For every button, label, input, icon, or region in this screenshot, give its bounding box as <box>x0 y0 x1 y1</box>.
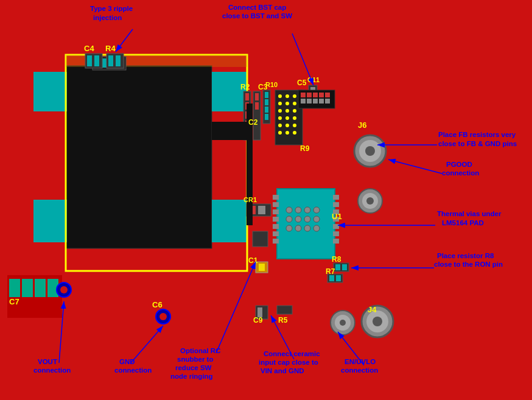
svg-text:input cap close to: input cap close to <box>259 359 318 366</box>
svg-text:VOUT: VOUT <box>38 358 57 365</box>
svg-point-49 <box>293 116 296 120</box>
svg-point-41 <box>278 102 282 105</box>
svg-rect-120 <box>301 93 306 97</box>
svg-point-107 <box>331 311 355 335</box>
svg-rect-95 <box>334 263 349 272</box>
svg-rect-102 <box>257 307 262 317</box>
svg-text:Type 3 ripple: Type 3 ripple <box>90 5 133 12</box>
svg-point-42 <box>285 102 289 105</box>
svg-rect-27 <box>255 102 259 110</box>
svg-line-159 <box>131 326 163 363</box>
svg-rect-31 <box>265 107 268 113</box>
svg-rect-119 <box>298 90 335 108</box>
svg-rect-20 <box>245 93 249 100</box>
svg-text:snubber to: snubber to <box>177 356 213 363</box>
svg-rect-33 <box>297 90 306 104</box>
svg-point-38 <box>278 94 282 98</box>
svg-text:close to FB & GND pins: close to FB & GND pins <box>438 140 517 147</box>
svg-rect-71 <box>333 202 339 207</box>
svg-text:R7: R7 <box>326 267 335 276</box>
svg-point-88 <box>313 225 320 231</box>
svg-rect-90 <box>248 206 256 214</box>
svg-rect-32 <box>265 114 268 120</box>
svg-rect-0 <box>66 66 212 248</box>
svg-text:Place FB resistors very: Place FB resistors very <box>438 131 516 138</box>
svg-point-81 <box>286 216 292 222</box>
svg-text:GND: GND <box>119 358 135 365</box>
svg-rect-101 <box>256 306 268 319</box>
svg-rect-75 <box>333 231 339 236</box>
svg-text:Connect BST cap: Connect BST cap <box>228 4 286 11</box>
svg-rect-18 <box>116 55 121 66</box>
svg-rect-70 <box>333 195 339 200</box>
svg-rect-26 <box>255 93 259 100</box>
svg-text:R5: R5 <box>278 316 288 325</box>
svg-point-80 <box>313 207 320 213</box>
svg-text:CR1: CR1 <box>243 196 257 203</box>
svg-text:connection: connection <box>442 169 479 177</box>
svg-line-158 <box>59 301 64 363</box>
svg-point-87 <box>304 225 310 231</box>
svg-text:C6: C6 <box>152 300 163 309</box>
svg-rect-72 <box>333 209 339 214</box>
svg-point-57 <box>359 140 381 162</box>
svg-rect-111 <box>9 279 20 297</box>
svg-rect-130 <box>212 122 248 140</box>
svg-rect-98 <box>327 274 343 282</box>
svg-text:injection: injection <box>93 14 122 21</box>
svg-point-51 <box>285 124 289 127</box>
main-container: C4 R4 C7 C6 R2 C2 C3 R10 R9 C5 C11 J6 CR… <box>0 0 532 400</box>
svg-rect-124 <box>325 93 330 97</box>
svg-rect-92 <box>253 231 268 247</box>
svg-rect-68 <box>273 231 279 236</box>
svg-point-118 <box>159 313 167 320</box>
svg-rect-13 <box>85 54 102 68</box>
svg-text:connection: connection <box>114 367 152 374</box>
svg-text:R9: R9 <box>300 144 310 153</box>
svg-point-85 <box>286 225 292 231</box>
svg-text:J4: J4 <box>368 305 377 314</box>
svg-rect-114 <box>47 279 58 297</box>
svg-line-153 <box>292 33 313 85</box>
svg-point-52 <box>293 124 296 127</box>
svg-point-59 <box>358 189 382 213</box>
svg-rect-110 <box>7 275 62 318</box>
svg-rect-1 <box>33 72 67 111</box>
svg-rect-37 <box>275 90 303 145</box>
svg-rect-11 <box>108 58 113 68</box>
svg-line-160 <box>216 262 256 353</box>
svg-rect-91 <box>258 206 265 214</box>
svg-text:C4: C4 <box>84 44 94 53</box>
svg-point-78 <box>295 207 301 213</box>
svg-point-105 <box>366 311 388 332</box>
svg-rect-128 <box>319 99 324 104</box>
svg-rect-93 <box>256 262 268 273</box>
svg-point-79 <box>304 207 310 213</box>
svg-point-40 <box>293 94 296 98</box>
svg-rect-100 <box>336 275 341 281</box>
svg-rect-24 <box>245 130 249 137</box>
svg-point-117 <box>156 309 170 324</box>
svg-rect-89 <box>247 204 271 216</box>
svg-text:connection: connection <box>33 367 71 374</box>
svg-rect-67 <box>273 224 279 229</box>
svg-rect-6 <box>66 55 247 67</box>
svg-point-82 <box>295 216 301 222</box>
svg-point-48 <box>285 116 289 120</box>
svg-text:node ringing: node ringing <box>170 373 213 380</box>
pcb-area: C4 R4 C7 C6 R2 C2 C3 R10 R9 C5 C11 J6 CR… <box>0 0 532 400</box>
svg-rect-29 <box>265 92 268 98</box>
svg-rect-131 <box>247 104 253 225</box>
svg-rect-65 <box>273 209 279 214</box>
svg-point-39 <box>285 94 289 98</box>
svg-rect-113 <box>35 279 46 297</box>
svg-point-84 <box>313 216 320 222</box>
svg-point-46 <box>293 109 296 113</box>
svg-point-77 <box>286 207 292 213</box>
svg-rect-76 <box>333 239 339 244</box>
svg-rect-36 <box>310 87 315 97</box>
svg-rect-126 <box>307 99 312 104</box>
svg-rect-127 <box>313 99 318 104</box>
svg-text:C1: C1 <box>248 256 258 265</box>
svg-line-155 <box>388 160 442 174</box>
